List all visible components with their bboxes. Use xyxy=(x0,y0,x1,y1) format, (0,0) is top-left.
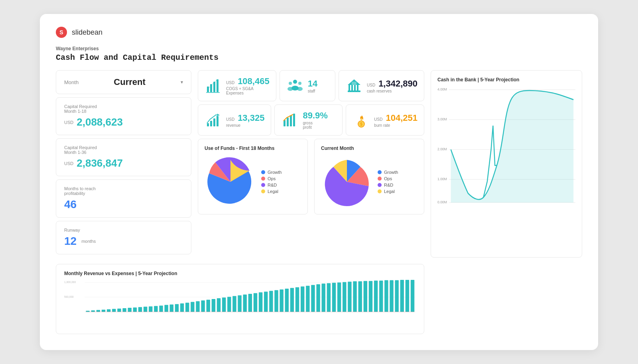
pie-chart-1-svg xyxy=(205,156,256,208)
bar-chart-svg: 1,000,000 500,000 xyxy=(64,279,416,327)
legend-ops-label-2: Ops xyxy=(384,176,392,181)
svg-rect-107 xyxy=(411,280,414,312)
revenue-icon xyxy=(205,111,222,129)
pie-chart-1-title: Use of Funds - First 18 Months xyxy=(205,146,301,151)
months-to-profitability: Months to reachprofitability 46 xyxy=(56,179,191,218)
svg-rect-98 xyxy=(364,281,367,312)
pie-chart-2-legend: Growth Ops R&D xyxy=(378,170,398,194)
svg-rect-19 xyxy=(210,121,212,126)
svg-rect-57 xyxy=(149,306,152,312)
svg-rect-67 xyxy=(201,301,205,312)
charts-area: Use of Funds - First 18 Months xyxy=(198,139,424,214)
svg-rect-91 xyxy=(327,283,331,312)
svg-rect-58 xyxy=(154,306,158,312)
legend-growth: Growth xyxy=(261,170,282,175)
svg-rect-15 xyxy=(357,85,358,91)
stat-usd: USD xyxy=(226,81,234,85)
bottom-stats-row: USD 13,325 revenue xyxy=(198,104,424,136)
burn-rate-value: 104,251 xyxy=(386,113,417,123)
staff-content: 14 staff xyxy=(308,79,329,93)
ops-dot xyxy=(261,177,265,181)
svg-text:1,000,000: 1,000,000 xyxy=(64,281,76,283)
legend-rd-2: R&D xyxy=(378,183,398,187)
svg-rect-89 xyxy=(316,284,320,312)
svg-text:3.00M: 3.00M xyxy=(437,117,447,121)
gross-profit-value: 89.9% xyxy=(303,110,336,121)
app-header: S slidebean xyxy=(56,27,582,38)
pie-chart-1-container: Growth Ops R&D xyxy=(205,156,301,208)
capital-required-1-36: Capital RequiredMonth 1-36 USD 2,836,847 xyxy=(56,138,191,176)
legend-rd-label: R&D xyxy=(268,183,277,187)
gross-profit-content: 89.9% grossprofit xyxy=(303,110,336,130)
metric-label: Capital RequiredMonth 1-18 xyxy=(64,104,183,114)
svg-rect-64 xyxy=(185,303,189,312)
metric-label: Capital RequiredMonth 1-36 xyxy=(64,145,183,155)
metric-value: 2,836,847 xyxy=(77,157,123,169)
bar-chart-title: Monthly Revenue vs Expenses | 5-Year Pro… xyxy=(64,271,416,276)
metric-value: 46 xyxy=(64,198,77,211)
svg-rect-102 xyxy=(384,280,388,312)
staff-desc: staff xyxy=(308,89,329,93)
svg-rect-97 xyxy=(358,281,362,312)
svg-rect-85 xyxy=(295,287,299,312)
svg-rect-62 xyxy=(175,304,179,312)
legend-legal-label: Legal xyxy=(268,189,278,194)
cogs-desc: COGS + SG&AExpenses xyxy=(226,87,270,95)
gross-profit-stat: 89.9% grossprofit xyxy=(274,104,343,136)
svg-rect-60 xyxy=(164,305,168,312)
svg-rect-81 xyxy=(274,290,278,312)
svg-text:2.00M: 2.00M xyxy=(437,147,447,151)
svg-rect-48 xyxy=(102,310,105,312)
pie-chart-1-legend: Growth Ops R&D xyxy=(261,170,282,194)
stat-usd: USD xyxy=(226,117,234,122)
revenue-stat: USD 13,325 revenue xyxy=(198,104,271,136)
burn-rate-desc: burn rate xyxy=(374,123,417,128)
svg-rect-51 xyxy=(117,309,121,312)
pie-chart-1: Use of Funds - First 18 Months xyxy=(198,139,308,214)
svg-rect-82 xyxy=(280,289,283,312)
svg-rect-49 xyxy=(107,309,110,312)
svg-rect-63 xyxy=(180,303,184,312)
svg-rect-79 xyxy=(264,291,268,312)
svg-rect-24 xyxy=(287,118,289,126)
metric-usd: USD xyxy=(64,161,73,166)
svg-text:1.00M: 1.00M xyxy=(437,177,447,181)
cogs-content: USD 108,465 COGS + SG&AExpenses xyxy=(226,76,270,95)
legend-ops-label: Ops xyxy=(268,176,276,181)
legal-dot xyxy=(261,189,265,193)
runway: Runway 12 months xyxy=(56,221,191,254)
fire-icon: $ xyxy=(352,111,370,129)
svg-rect-101 xyxy=(379,281,383,312)
svg-point-6 xyxy=(289,82,292,85)
line-chart-wrap: 4.00M 3.00M 2.00M 1.00M 0.00M xyxy=(437,86,575,205)
svg-text:0.00M: 0.00M xyxy=(437,200,447,204)
svg-rect-65 xyxy=(191,302,194,312)
svg-rect-14 xyxy=(354,85,356,91)
svg-rect-70 xyxy=(217,298,221,312)
cogs-stat: USD 108,465 COGS + SG&AExpenses xyxy=(198,70,276,101)
logo-name: slidebean xyxy=(72,28,102,37)
people-icon xyxy=(286,77,304,94)
svg-rect-86 xyxy=(301,287,304,312)
cash-reserves-content: USD 1,342,890 cash reserves xyxy=(367,79,417,93)
cash-reserves-value: 1,342,890 xyxy=(378,79,417,89)
svg-rect-74 xyxy=(238,295,241,312)
svg-rect-68 xyxy=(207,300,210,312)
pie-chart-2-title: Current Month xyxy=(321,146,417,151)
svg-rect-76 xyxy=(248,294,252,312)
month-selector[interactable]: Month Current ▾ xyxy=(56,70,191,94)
svg-rect-26 xyxy=(293,114,295,126)
svg-rect-93 xyxy=(337,282,341,312)
capital-required-1-18: Capital RequiredMonth 1-18 USD 2,088,623 xyxy=(56,97,191,135)
full-bottom: Monthly Revenue vs Expenses | 5-Year Pro… xyxy=(56,261,582,334)
svg-rect-83 xyxy=(285,289,289,312)
month-label: Month xyxy=(64,79,79,85)
pie-chart-2-container: Growth Ops R&D xyxy=(321,156,417,208)
svg-rect-77 xyxy=(254,293,257,312)
spacer xyxy=(431,261,582,334)
svg-rect-20 xyxy=(213,118,215,126)
metric-label: Months to reachprofitability xyxy=(64,186,183,196)
svg-rect-2 xyxy=(213,82,215,92)
metric-value: 2,088,623 xyxy=(77,116,123,128)
logo-icon: S xyxy=(56,27,67,38)
